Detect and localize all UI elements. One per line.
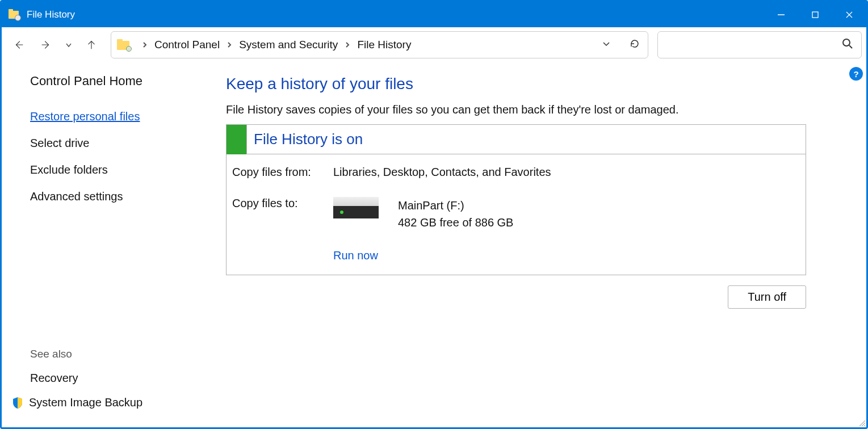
back-button[interactable] <box>6 32 31 57</box>
sidebar: Control Panel Home Restore personal file… <box>2 62 209 427</box>
status-header: File History is on <box>227 125 806 154</box>
page-description: File History saves copies of your files … <box>226 103 849 116</box>
control-panel-home-link[interactable]: Control Panel Home <box>30 74 209 89</box>
search-box[interactable] <box>657 31 862 58</box>
app-folder-history-icon <box>9 9 21 21</box>
search-icon[interactable] <box>842 38 853 52</box>
breadcrumb-system-security[interactable]: System and Security <box>238 36 339 53</box>
shield-icon <box>12 397 23 409</box>
refresh-icon[interactable] <box>627 36 642 53</box>
drive-space: 482 GB free of 886 GB <box>398 214 513 231</box>
sidebar-recovery[interactable]: Recovery <box>30 372 142 385</box>
window-controls <box>764 2 866 27</box>
status-panel: File History is on Copy files from: Libr… <box>226 124 806 275</box>
status-indicator-icon <box>227 125 247 154</box>
copy-from-label: Copy files from: <box>232 166 333 179</box>
chevron-right-icon[interactable] <box>142 42 148 48</box>
svg-point-7 <box>843 39 850 46</box>
minimize-button[interactable] <box>764 2 798 27</box>
sidebar-system-image-backup[interactable]: System Image Backup <box>30 396 142 409</box>
body: Control Panel Home Restore personal file… <box>2 62 866 427</box>
drive-icon <box>333 197 379 220</box>
chevron-right-icon[interactable] <box>345 42 350 48</box>
recent-locations-dropdown[interactable] <box>61 41 77 49</box>
close-button[interactable] <box>832 2 866 27</box>
address-dropdown-icon[interactable] <box>599 36 614 53</box>
main-content: ? Keep a history of your files File Hist… <box>209 62 866 427</box>
page-heading: Keep a history of your files <box>226 75 849 93</box>
run-now-link[interactable]: Run now <box>333 249 800 262</box>
copy-to-label: Copy files to: <box>232 197 333 231</box>
copy-from-value: Libraries, Desktop, Contacts, and Favori… <box>333 166 551 179</box>
titlebar: File History <box>2 2 866 27</box>
breadcrumb-control-panel[interactable]: Control Panel <box>153 36 221 53</box>
drive-name: MainPart (F:) <box>398 197 513 214</box>
svg-rect-1 <box>812 12 818 18</box>
sidebar-advanced-settings[interactable]: Advanced settings <box>30 190 209 203</box>
address-bar[interactable]: Control Panel System and Security File H… <box>111 31 648 58</box>
navbar: Control Panel System and Security File H… <box>2 27 866 62</box>
svg-line-11 <box>864 425 865 426</box>
help-icon[interactable]: ? <box>849 67 863 81</box>
forward-button[interactable] <box>33 32 58 57</box>
maximize-button[interactable] <box>798 2 832 27</box>
status-text: File History is on <box>247 131 363 148</box>
up-button[interactable] <box>79 32 104 57</box>
turn-off-button[interactable]: Turn off <box>728 285 806 309</box>
breadcrumb-file-history[interactable]: File History <box>356 36 412 53</box>
sidebar-exclude-folders[interactable]: Exclude folders <box>30 163 209 176</box>
svg-line-8 <box>849 45 852 48</box>
sidebar-select-drive[interactable]: Select drive <box>30 137 209 150</box>
resize-grip[interactable] <box>857 418 865 426</box>
window-title: File History <box>27 9 75 20</box>
see-also-header: See also <box>30 348 142 360</box>
location-folder-icon <box>117 39 131 51</box>
sidebar-restore-personal-files[interactable]: Restore personal files <box>30 110 209 123</box>
chevron-right-icon[interactable] <box>227 42 232 48</box>
